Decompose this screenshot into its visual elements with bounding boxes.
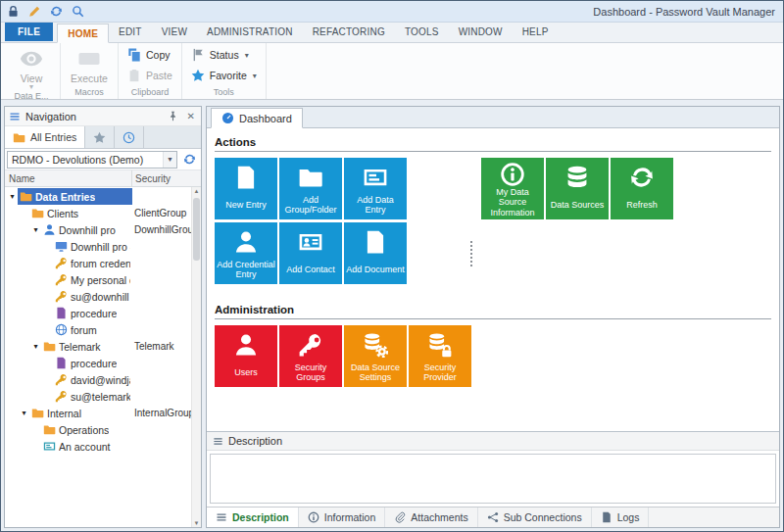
- scroll-up-icon[interactable]: ▲: [192, 188, 201, 194]
- tile-group: Add Credential EntryAdd ContactAdd Docum…: [215, 222, 407, 284]
- section-title: Administration: [215, 302, 771, 319]
- pencil-icon[interactable]: [28, 5, 41, 18]
- expander-icon[interactable]: ▾: [7, 188, 18, 205]
- scrollbar-thumb[interactable]: [193, 198, 200, 261]
- nav-tree: ▾Data EntriesClientsClientGroup▾Downhill…: [5, 187, 201, 527]
- key-icon: [55, 373, 68, 386]
- dashboard-tab-label: Dashboard: [239, 113, 292, 124]
- security-cell: Telemark: [132, 341, 191, 352]
- tile-add-credential-entry[interactable]: Add Credential Entry: [215, 222, 277, 284]
- tree-item-su-downhill[interactable]: su@downhill: [5, 288, 191, 305]
- tile-users[interactable]: Users: [215, 325, 277, 387]
- refresh-icon[interactable]: [50, 5, 63, 18]
- close-icon[interactable]: ✕: [185, 112, 197, 121]
- expander-icon[interactable]: ▾: [19, 405, 29, 421]
- ribbon-tab-row: FILE HOMEEDITVIEWADMINISTRATIONREFACTORI…: [1, 23, 783, 43]
- doc-icon: [55, 307, 68, 319]
- favorite-button[interactable]: Favorite▾: [187, 66, 261, 85]
- refresh-datasource-button[interactable]: [179, 151, 199, 169]
- tile-row: UsersSecurity GroupsData Source Settings…: [215, 325, 771, 387]
- menu-tab-window[interactable]: WINDOW: [449, 23, 513, 42]
- tree-item-internal[interactable]: ▾InternalInternalGroup: [5, 405, 191, 421]
- copy-button[interactable]: Copy: [123, 45, 176, 65]
- nav-tab-clock[interactable]: [115, 126, 144, 148]
- menu-tab-help[interactable]: HELP: [513, 23, 559, 42]
- tree-item-telemark[interactable]: ▾TelemarkTelemark: [5, 338, 191, 355]
- tree-item-david-windjammer[interactable]: david@windjammer: [5, 371, 191, 388]
- menu-tab-edit[interactable]: EDIT: [109, 23, 152, 42]
- tree-item-my-personal-credentials[interactable]: My personal credentials: [5, 271, 191, 288]
- bottom-tab-logs[interactable]: Logs: [592, 508, 650, 527]
- paste-icon: [127, 69, 141, 82]
- nav-tabs: All Entries: [5, 126, 201, 149]
- doc-icon: [55, 357, 68, 369]
- bottom-tab-description[interactable]: Description: [207, 508, 299, 527]
- splitter-grip[interactable]: [469, 240, 473, 267]
- file-menu-button[interactable]: FILE: [5, 23, 53, 41]
- tree-item-an-account[interactable]: An account: [5, 438, 191, 455]
- data-source-select[interactable]: RDMO - Devolutions (Demo) ▼: [7, 151, 177, 169]
- doc-icon: [601, 511, 612, 523]
- tree-item-forum-credential[interactable]: forum credential: [5, 255, 191, 271]
- menu-tab-tools[interactable]: TOOLS: [395, 23, 449, 42]
- tile-refresh[interactable]: Refresh: [611, 158, 673, 219]
- menu-tab-home[interactable]: HOME: [57, 24, 109, 43]
- expander-icon[interactable]: ▾: [30, 338, 41, 355]
- tile-data-source-settings[interactable]: Data Source Settings: [344, 325, 407, 387]
- pin-icon[interactable]: [166, 111, 180, 121]
- tile-add-data-entry[interactable]: Add Data Entry: [344, 158, 407, 219]
- description-panel: Description: [207, 431, 779, 507]
- tile-add-group-folder[interactable]: Add Group/Folder: [279, 158, 342, 219]
- bottom-tab-attachments[interactable]: Attachments: [385, 508, 477, 527]
- tree-item-operations[interactable]: Operations: [5, 421, 191, 438]
- tree-item-label: Operations: [59, 424, 109, 436]
- tree-item-procedure[interactable]: procedure: [5, 355, 191, 371]
- tree-scrollbar[interactable]: ▲▼: [191, 187, 201, 527]
- menu-tab-administration[interactable]: ADMINISTRATION: [197, 23, 303, 42]
- expander-icon[interactable]: ▾: [30, 221, 41, 238]
- scroll-down-icon[interactable]: ▼: [192, 520, 201, 526]
- nav-tab-all-entries[interactable]: All Entries: [5, 126, 85, 148]
- tree-item-clients[interactable]: ClientsClientGroup: [5, 205, 191, 221]
- description-textarea[interactable]: [210, 454, 776, 504]
- tree-item-downhill-pro-network[interactable]: Downhill pro - network...: [5, 238, 191, 255]
- ribbon: View▾Data E...ExecuteMacrosCopyPasteClip…: [1, 43, 783, 100]
- bottom-tab-sub-connections[interactable]: Sub Connections: [478, 508, 592, 527]
- tree-item-procedure[interactable]: procedure: [5, 305, 191, 321]
- list-icon: [213, 436, 223, 447]
- tree-item-label: su@telemark: [71, 391, 130, 403]
- star-icon: [93, 131, 106, 144]
- tree-item-forum[interactable]: forum: [5, 321, 191, 338]
- menu-tab-refactoring[interactable]: REFACTORING: [303, 23, 395, 42]
- tile-my-data-source-information[interactable]: My Data Source Information: [481, 158, 544, 219]
- column-header-security[interactable]: Security: [132, 170, 201, 186]
- view-button[interactable]: View▾: [8, 45, 55, 90]
- title-bar: Dashboard - Password Vault Manager: [1, 1, 783, 23]
- db-lock-icon: [427, 329, 453, 361]
- refresh-icon: [629, 162, 655, 193]
- status-button[interactable]: Status▾: [187, 45, 261, 65]
- menu-tab-view[interactable]: VIEW: [152, 23, 197, 42]
- execute-button[interactable]: Execute: [66, 45, 113, 86]
- nav-tab-star[interactable]: [85, 126, 115, 148]
- tree-item-su-telemark[interactable]: su@telemark: [5, 388, 191, 405]
- tile-security-groups[interactable]: Security Groups: [279, 325, 342, 387]
- paste-button[interactable]: Paste: [123, 66, 176, 85]
- tile-new-entry[interactable]: New Entry: [215, 158, 277, 219]
- tile-add-document[interactable]: Add Document: [344, 222, 407, 284]
- tile-add-contact[interactable]: Add Contact: [279, 222, 342, 284]
- tab-dashboard[interactable]: Dashboard: [211, 108, 303, 128]
- tree-item-downhill-pro[interactable]: ▾Downhill proDownhillGroup: [5, 221, 191, 238]
- chevron-down-icon[interactable]: ▼: [163, 152, 176, 168]
- column-header-name[interactable]: Name: [5, 170, 132, 186]
- eye-icon: [20, 47, 43, 71]
- search-icon[interactable]: [72, 5, 84, 18]
- bottom-tab-information[interactable]: Information: [299, 508, 386, 527]
- db-icon: [564, 162, 590, 193]
- tile-security-provider[interactable]: Security Provider: [409, 325, 471, 387]
- card-icon: [363, 162, 388, 193]
- navigation-panel: Navigation ✕ All Entries RDMO - Devoluti…: [4, 106, 202, 528]
- tile-data-sources[interactable]: Data Sources: [546, 158, 609, 219]
- lock-icon[interactable]: [7, 5, 20, 18]
- tree-item-data-entries[interactable]: ▾Data Entries: [5, 188, 191, 205]
